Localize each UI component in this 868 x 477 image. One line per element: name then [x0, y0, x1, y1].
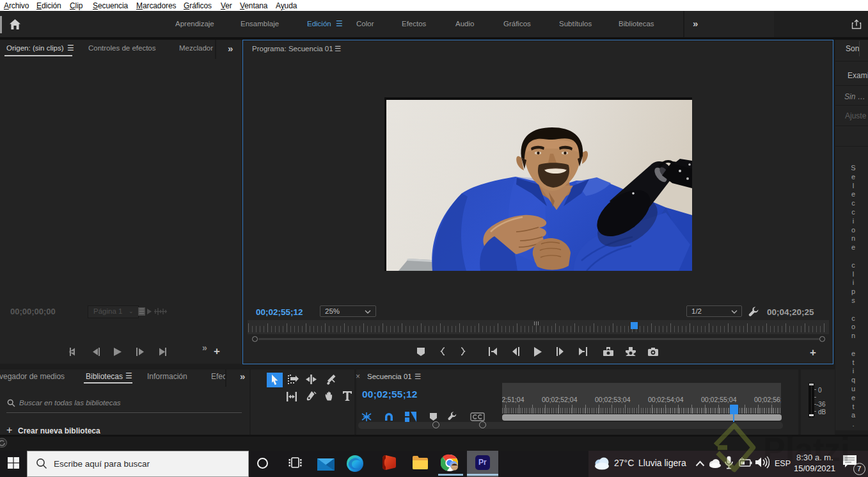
svg-text:Platzi: Platzi — [763, 431, 850, 468]
